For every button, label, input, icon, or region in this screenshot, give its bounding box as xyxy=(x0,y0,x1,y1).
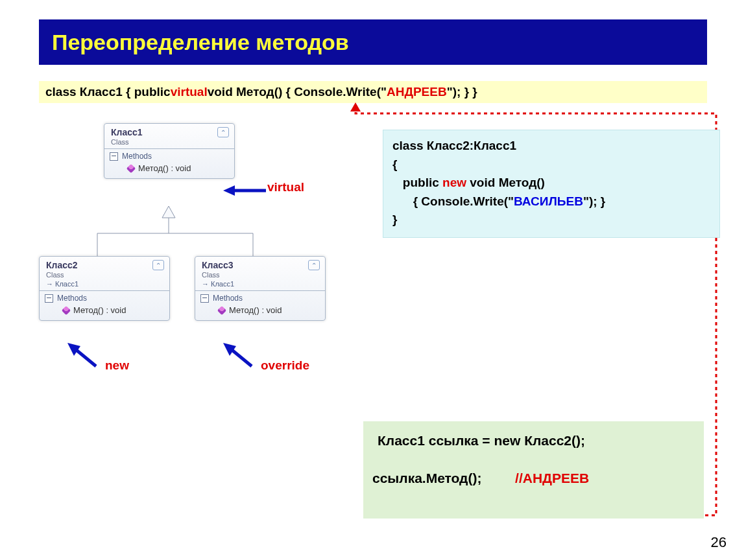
uml-inherits: →Класс1 xyxy=(202,280,234,288)
uml-method: Метод() : void xyxy=(200,303,320,315)
annotation-override: override xyxy=(261,358,309,373)
comment-text: АНДРЕЕВ xyxy=(523,471,589,485)
comment-slashes: // xyxy=(515,471,523,485)
uml-method: Метод() : void xyxy=(110,161,229,173)
uml-class1-name: Класс1 xyxy=(111,127,143,137)
annotation-new: new xyxy=(105,358,129,373)
arrow-virtual xyxy=(221,183,272,198)
uml-section-text: Methods xyxy=(213,294,243,303)
code-block-usage: Класс1 ссылка = new Класс2(); ссылка.Мет… xyxy=(363,421,704,519)
string-blue: ВАСИЛЬЕВ xyxy=(514,194,583,208)
method-icon xyxy=(126,163,136,172)
code-line: } xyxy=(392,211,710,229)
uml-section-text: Methods xyxy=(57,294,87,303)
code-text: void Метод() xyxy=(466,176,545,189)
uml-class3: Класс3 Class →Класс1 ⌃ Methods Метод() :… xyxy=(195,256,326,321)
uml-method-text: Метод() : void xyxy=(229,305,282,315)
code-block-class2: class Класс2:Класс1 { public new void Ме… xyxy=(383,130,720,238)
code-line: { xyxy=(392,156,710,174)
uml-methods-label: Methods xyxy=(110,152,229,161)
minus-icon xyxy=(200,294,209,303)
code-text: public xyxy=(392,176,442,189)
svg-marker-8 xyxy=(223,185,235,196)
collapse-icon: ⌃ xyxy=(217,127,229,137)
uml-class2: Класс2 Class →Класс1 ⌃ Methods Метод() :… xyxy=(39,256,170,321)
code-text: ссылка.Метод(); xyxy=(372,471,481,485)
svg-marker-2 xyxy=(162,206,175,218)
code-line: class Класс2:Класс1 xyxy=(392,137,710,156)
uml-section-text: Methods xyxy=(122,152,152,161)
code-line: { Console.Write("ВАСИЛЬЕВ"); } xyxy=(392,192,710,211)
uml-method: Метод() : void xyxy=(45,303,164,315)
collapse-icon: ⌃ xyxy=(308,260,320,270)
uml-class-label: Class xyxy=(46,271,78,279)
arrow-override xyxy=(218,340,263,373)
collapse-icon: ⌃ xyxy=(152,260,164,270)
code-line: Класс1 ссылка = new Класс2(); xyxy=(372,430,695,451)
uml-inheritance-lines xyxy=(0,0,389,389)
uml-class-label: Class xyxy=(202,271,234,279)
arrow-new xyxy=(62,340,108,373)
uml-class3-name: Класс3 xyxy=(202,260,234,270)
uml-class2-name: Класс2 xyxy=(46,260,78,270)
code-line: ссылка.Метод(); //АНДРЕЕВ xyxy=(372,468,695,489)
uml-class1: Класс1 Class ⌃ Methods Метод() : void xyxy=(104,123,235,179)
uml-class-label: Class xyxy=(111,138,143,146)
uml-base-name: Класс1 xyxy=(211,280,234,288)
uml-base-name: Класс1 xyxy=(55,280,78,288)
uml-methods-label: Methods xyxy=(200,294,320,303)
uml-method-text: Метод() : void xyxy=(138,163,191,173)
keyword-new: new xyxy=(442,176,466,189)
minus-icon xyxy=(110,152,118,161)
uml-inherits: →Класс1 xyxy=(46,280,78,288)
uml-methods-label: Methods xyxy=(45,294,164,303)
annotation-virtual: virtual xyxy=(267,180,304,194)
method-icon xyxy=(217,305,226,314)
slide: Переопределение методов class Класс1 { p… xyxy=(0,0,746,560)
code-text: "); } xyxy=(583,194,605,208)
code-text: { Console.Write(" xyxy=(392,194,514,208)
code-line: public new void Метод() xyxy=(392,174,710,192)
uml-method-text: Метод() : void xyxy=(73,305,126,315)
method-icon xyxy=(62,305,71,314)
page-number: 26 xyxy=(711,534,727,551)
minus-icon xyxy=(45,294,53,303)
